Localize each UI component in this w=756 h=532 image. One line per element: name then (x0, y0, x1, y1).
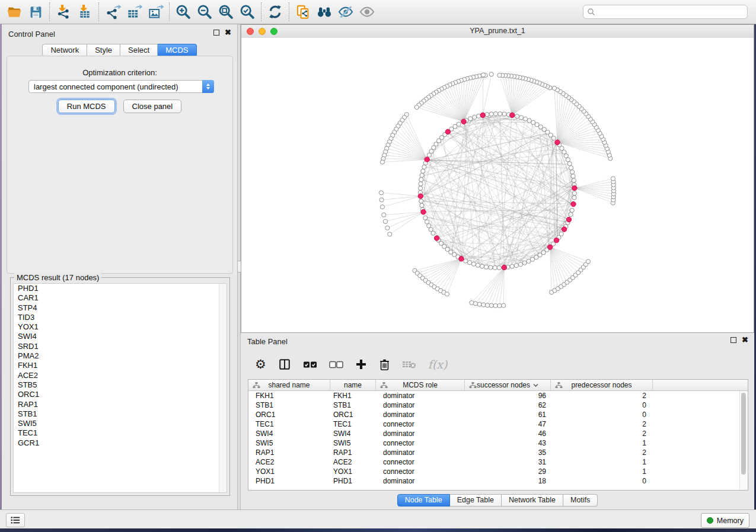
close-panel-button[interactable]: Close panel (123, 100, 182, 113)
mcds-result-item[interactable]: GCR1 (14, 438, 227, 448)
table-cell-successor-nodes[interactable]: 62 (465, 401, 551, 409)
table-cell-shared-name[interactable]: SWI5 (248, 439, 330, 447)
save-session-button[interactable] (25, 2, 46, 22)
first-neighbors-button[interactable] (314, 2, 335, 22)
mcds-result-list[interactable]: PHD1CAR1STP4TID3YOX1SWI4SRD1PMA2FKH1ACE2… (13, 283, 227, 493)
table-cell-mcds-role[interactable]: dominator (376, 477, 465, 485)
mcds-result-item[interactable]: SWI5 (14, 419, 227, 428)
import-network-button[interactable] (53, 2, 74, 22)
deselect-all-columns-icon[interactable] (329, 361, 343, 368)
table-cell-predecessor-nodes[interactable]: 2 (551, 430, 653, 438)
column-header-shared-name[interactable]: shared name (248, 380, 330, 390)
sort-chevron-icon[interactable] (533, 383, 538, 387)
refresh-layout-button[interactable] (264, 2, 286, 22)
show-all-button[interactable] (356, 2, 378, 22)
export-network-button[interactable] (102, 2, 123, 22)
network-canvas[interactable] (241, 38, 754, 332)
table-cell-predecessor-nodes[interactable]: 2 (551, 448, 653, 457)
tab-network-table[interactable]: Network Table (502, 494, 563, 507)
mcds-result-item[interactable]: RAP1 (14, 400, 227, 409)
table-cell-mcds-role[interactable]: connector (376, 439, 465, 447)
zoom-out-button[interactable] (194, 2, 215, 22)
table-scrollbar-thumb[interactable] (741, 393, 746, 475)
mcds-result-item[interactable]: STB1 (14, 409, 227, 419)
function-builder-icon[interactable]: f(x) (428, 358, 448, 371)
table-cell-successor-nodes[interactable]: 46 (465, 430, 551, 438)
table-cell-successor-nodes[interactable]: 96 (465, 392, 551, 400)
table-cell-mcds-role[interactable]: dominator (376, 448, 465, 457)
table-row[interactable]: YOX1YOX1connector291 (248, 467, 748, 476)
table-cell-shared-name[interactable]: FKH1 (248, 392, 330, 400)
node-table[interactable]: shared name name MCDS role successor nod… (248, 379, 748, 491)
task-history-button[interactable] (6, 513, 25, 527)
table-cell-mcds-role[interactable]: dominator (376, 392, 465, 400)
table-cell-successor-nodes[interactable]: 18 (465, 477, 551, 485)
table-row[interactable]: FKH1FKH1dominator962 (248, 391, 748, 400)
table-cell-mcds-role[interactable]: connector (376, 458, 465, 466)
mcds-result-item[interactable]: FKH1 (14, 361, 227, 370)
table-cell-mcds-role[interactable]: dominator (376, 411, 465, 419)
table-cell-shared-name[interactable]: TEC1 (248, 420, 330, 428)
close-panel-icon[interactable]: ✖ (742, 337, 748, 343)
delete-column-trash-icon[interactable] (379, 358, 390, 371)
tab-edge-table[interactable]: Edge Table (450, 494, 502, 507)
mcds-result-item[interactable]: STB5 (14, 380, 227, 390)
table-cell-predecessor-nodes[interactable]: 0 (551, 477, 653, 485)
table-cell-name[interactable]: FKH1 (330, 392, 376, 400)
mcds-result-item[interactable]: PHD1 (14, 284, 227, 293)
table-cell-shared-name[interactable]: ACE2 (248, 458, 330, 466)
close-panel-icon[interactable]: ✖ (225, 30, 231, 36)
tab-mcds[interactable]: MCDS (158, 44, 196, 57)
table-cell-predecessor-nodes[interactable]: 0 (551, 401, 653, 409)
mcds-result-scrollbar[interactable] (219, 284, 227, 492)
table-cell-predecessor-nodes[interactable]: 2 (551, 420, 653, 428)
table-row[interactable]: PHD1PHD1dominator180 (248, 476, 748, 486)
table-cell-mcds-role[interactable]: connector (376, 420, 465, 428)
mcds-result-item[interactable]: TEC1 (14, 428, 227, 438)
mcds-result-item[interactable]: TID3 (14, 313, 227, 322)
mcds-result-item[interactable]: PMA2 (14, 351, 227, 361)
tab-select[interactable]: Select (120, 44, 158, 57)
new-network-from-selection-button[interactable] (292, 2, 314, 22)
table-cell-shared-name[interactable]: YOX1 (248, 467, 330, 476)
network-graph[interactable] (241, 38, 754, 332)
table-cell-mcds-role[interactable]: connector (376, 467, 465, 476)
table-cell-shared-name[interactable]: ORC1 (248, 411, 330, 419)
table-cell-name[interactable]: SWI4 (330, 430, 376, 438)
network-window-titlebar[interactable]: YPA_prune.txt_1 (241, 25, 754, 39)
table-cell-shared-name[interactable]: RAP1 (248, 448, 330, 457)
tab-style[interactable]: Style (87, 44, 120, 57)
search-input[interactable] (595, 6, 747, 18)
table-row[interactable]: RAP1RAP1dominator352 (248, 448, 748, 457)
table-cell-successor-nodes[interactable]: 29 (465, 467, 551, 476)
mcds-result-item[interactable]: ACE2 (14, 371, 227, 380)
table-row[interactable]: STB1STB1dominator620 (248, 400, 748, 410)
table-cell-predecessor-nodes[interactable]: 2 (551, 392, 653, 400)
table-cell-name[interactable]: YOX1 (330, 467, 376, 476)
mcds-result-item[interactable]: SWI4 (14, 332, 227, 341)
search-field[interactable] (583, 5, 748, 19)
table-cell-predecessor-nodes[interactable]: 1 (551, 467, 653, 476)
optimization-criterion-select[interactable]: largest connected component (undirected) (28, 80, 214, 93)
table-cell-name[interactable]: ORC1 (330, 411, 376, 419)
table-row[interactable]: TEC1TEC1connector472 (248, 419, 748, 429)
float-window-icon[interactable] (213, 30, 219, 36)
export-image-button[interactable] (145, 2, 166, 22)
hide-selected-button[interactable] (335, 2, 356, 22)
table-cell-name[interactable]: PHD1 (330, 477, 376, 485)
select-all-columns-icon[interactable] (303, 361, 317, 368)
column-layout-icon[interactable] (278, 358, 291, 371)
column-header-mcds-role[interactable]: MCDS role (376, 380, 465, 390)
mcds-result-item[interactable]: SRD1 (14, 342, 227, 351)
mcds-result-item[interactable]: STP4 (14, 303, 227, 313)
table-cell-predecessor-nodes[interactable]: 1 (551, 439, 653, 447)
tab-motifs[interactable]: Motifs (563, 494, 598, 507)
table-scrollbar[interactable] (739, 391, 748, 490)
table-cell-successor-nodes[interactable]: 43 (465, 439, 551, 447)
tab-node-table[interactable]: Node Table (397, 494, 450, 507)
column-header-predecessor-nodes[interactable]: predecessor nodes (551, 380, 653, 390)
table-row[interactable]: ORC1ORC1dominator610 (248, 410, 748, 419)
table-cell-predecessor-nodes[interactable]: 0 (551, 411, 653, 419)
memory-button[interactable]: Memory (701, 513, 749, 528)
table-cell-shared-name[interactable]: STB1 (248, 401, 330, 409)
